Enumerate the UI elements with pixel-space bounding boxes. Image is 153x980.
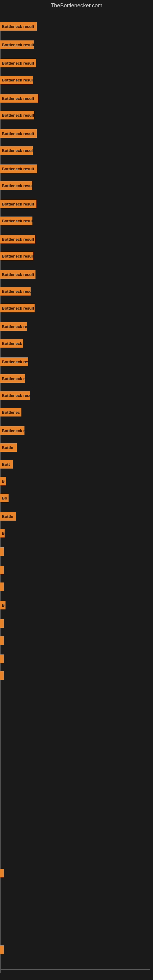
bar-item bbox=[0, 547, 4, 556]
bar-label-29: Bottle bbox=[2, 514, 13, 519]
bar-item: Bottleneck resu bbox=[0, 287, 30, 296]
bar-label-8: Bottleneck result bbox=[2, 148, 33, 153]
bar-item bbox=[0, 566, 4, 574]
x-axis bbox=[0, 969, 150, 970]
bar-24: Bottleneck r bbox=[0, 426, 24, 435]
bar-item: Bottleneck result bbox=[0, 94, 38, 103]
bar-item: Bottleneck result bbox=[0, 200, 37, 208]
bar-35 bbox=[0, 619, 4, 628]
bar-label-15: Bottleneck result bbox=[2, 272, 34, 277]
bar-label-13: Bottleneck result bbox=[2, 237, 34, 242]
bar-item: Bottleneck re bbox=[0, 322, 27, 331]
bar-22: Bottleneck resu bbox=[0, 391, 30, 400]
bar-label-16: Bottleneck resu bbox=[2, 289, 30, 294]
bar-item: Bottleneck resu bbox=[0, 391, 30, 400]
bar-label-6: Bottleneck result bbox=[2, 113, 34, 118]
bar-item: B bbox=[0, 601, 5, 609]
bar-23: Bottlenec bbox=[0, 408, 21, 417]
bar-39 bbox=[0, 869, 4, 877]
bar-label-24: Bottleneck r bbox=[2, 428, 24, 433]
bar-37 bbox=[0, 654, 4, 663]
bar-item: Bottleneck r bbox=[0, 374, 25, 383]
bar-item: Bottleneck result bbox=[0, 146, 33, 155]
bar-36 bbox=[0, 636, 4, 645]
bar-item: Bottleneck result bbox=[0, 164, 37, 173]
bar-32 bbox=[0, 566, 4, 574]
bar-item bbox=[0, 582, 4, 591]
bar-30: B bbox=[0, 529, 5, 538]
bar-item bbox=[0, 636, 4, 645]
bar-item: Bottlenec bbox=[0, 408, 21, 417]
chart-container: Bottleneck resultBottleneck resultBottle… bbox=[0, 11, 153, 976]
bar-2: Bottleneck result bbox=[0, 40, 33, 49]
bar-label-18: Bottleneck re bbox=[2, 324, 27, 329]
bar-item bbox=[0, 619, 4, 628]
bar-14: Bottleneck result bbox=[0, 252, 33, 260]
bar-6: Bottleneck result bbox=[0, 111, 34, 119]
bar-item: Bottleneck result bbox=[0, 304, 35, 312]
bar-item: Bottle bbox=[0, 512, 16, 520]
bar-label-11: Bottleneck result bbox=[2, 202, 34, 207]
bar-label-10: Bottleneck result bbox=[2, 183, 32, 188]
bar-label-3: Bottleneck result bbox=[2, 61, 34, 65]
bar-item: Bottleneck result bbox=[0, 270, 35, 279]
bar-label-9: Bottleneck result bbox=[2, 167, 34, 171]
bar-label-25: Bottle bbox=[2, 445, 13, 450]
bar-25: Bottle bbox=[0, 443, 17, 452]
bar-item bbox=[0, 671, 4, 680]
bar-7: Bottleneck result bbox=[0, 129, 37, 138]
bar-item: Bottleneck result bbox=[0, 252, 33, 260]
bar-label-26: Bott bbox=[2, 462, 10, 467]
bar-label-30: B bbox=[2, 531, 5, 536]
bar-16: Bottleneck resu bbox=[0, 287, 30, 296]
bar-item: B bbox=[0, 529, 5, 538]
bar-28: Bo bbox=[0, 494, 9, 502]
bar-1: Bottleneck result bbox=[0, 22, 37, 30]
bar-item: Bott bbox=[0, 460, 13, 469]
bar-label-19: Bottleneck bbox=[2, 341, 22, 346]
bar-item bbox=[0, 654, 4, 663]
bar-item: Bottleneck bbox=[0, 339, 23, 348]
site-title: TheBottlenecker.com bbox=[0, 0, 153, 11]
bar-item: Bo bbox=[0, 494, 9, 502]
bar-item: Bottleneck result bbox=[0, 22, 37, 30]
bar-label-21: Bottleneck r bbox=[2, 376, 25, 381]
bar-17: Bottleneck result bbox=[0, 304, 35, 312]
bar-40 bbox=[0, 945, 4, 954]
bar-label-20: Bottleneck res bbox=[2, 360, 28, 364]
bar-item: Bottleneck result bbox=[0, 76, 33, 84]
bar-19: Bottleneck bbox=[0, 339, 23, 348]
bar-label-7: Bottleneck result bbox=[2, 131, 34, 136]
bar-3: Bottleneck result bbox=[0, 59, 36, 67]
bar-label-34: B bbox=[2, 603, 5, 608]
bar-item: Bottleneck result bbox=[0, 59, 36, 67]
bar-8: Bottleneck result bbox=[0, 146, 33, 155]
bar-label-28: Bo bbox=[2, 496, 7, 500]
bar-34: B bbox=[0, 601, 5, 609]
bar-20: Bottleneck res bbox=[0, 357, 28, 366]
bar-label-12: Bottleneck result bbox=[2, 219, 32, 223]
bar-33 bbox=[0, 582, 4, 591]
bar-13: Bottleneck result bbox=[0, 235, 35, 243]
bar-label-27: B bbox=[2, 479, 5, 484]
bar-21: Bottleneck r bbox=[0, 374, 25, 383]
bar-11: Bottleneck result bbox=[0, 200, 37, 208]
bar-29: Bottle bbox=[0, 512, 16, 520]
bar-item: Bottleneck res bbox=[0, 357, 28, 366]
bar-item: Bottle bbox=[0, 443, 17, 452]
bar-item: B bbox=[0, 477, 6, 485]
bar-item: Bottleneck result bbox=[0, 216, 32, 225]
bar-label-17: Bottleneck result bbox=[2, 306, 34, 310]
bar-9: Bottleneck result bbox=[0, 164, 37, 173]
bar-item bbox=[0, 945, 4, 954]
bar-item: Bottleneck result bbox=[0, 111, 34, 119]
bar-12: Bottleneck result bbox=[0, 216, 32, 225]
bar-item: Bottleneck result bbox=[0, 235, 35, 243]
bar-31 bbox=[0, 547, 4, 556]
bar-38 bbox=[0, 671, 4, 680]
bar-item: Bottleneck r bbox=[0, 426, 24, 435]
bar-label-23: Bottlenec bbox=[2, 410, 20, 415]
bar-label-4: Bottleneck result bbox=[2, 78, 33, 83]
bar-label-1: Bottleneck result bbox=[2, 24, 34, 29]
bar-item: Bottleneck result bbox=[0, 181, 32, 190]
